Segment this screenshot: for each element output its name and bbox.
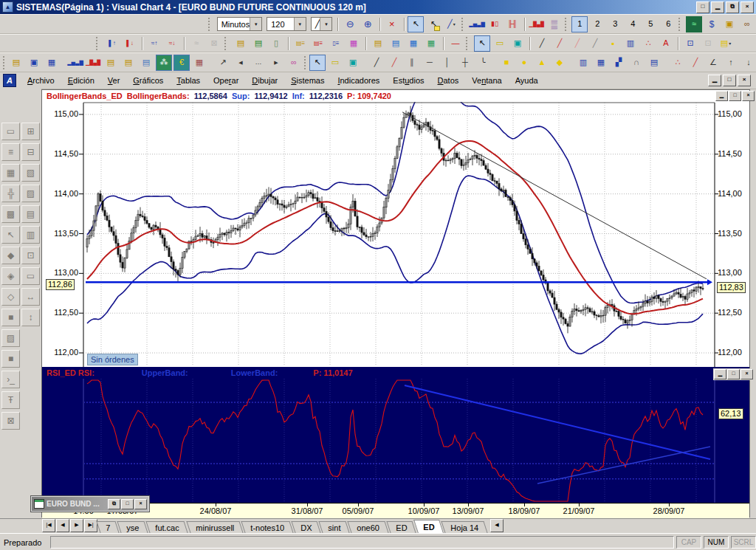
chart-maximize-button[interactable]: □ [729, 91, 741, 101]
height-tool[interactable]: ↕ [21, 309, 40, 326]
thin-line-button[interactable]: ╱ [587, 35, 603, 52]
line-style-combo-arrow-icon[interactable]: ▼ [320, 18, 331, 30]
rows-tool[interactable]: ▤ [21, 205, 40, 223]
menu-datos[interactable]: Datos [431, 74, 466, 87]
insert-bar-blue-button[interactable]: ▌↑ [104, 35, 120, 52]
child-restore-button[interactable]: □ [723, 75, 736, 86]
period-combo[interactable]: Minutos▼ [217, 17, 263, 31]
realtime-chart-button[interactable]: ≈ [686, 16, 702, 32]
interval-combo-arrow-icon[interactable]: ▼ [294, 18, 306, 30]
rect-draw-button[interactable]: ▪ [605, 35, 621, 52]
panel-tool[interactable]: ▭ [1, 123, 20, 140]
sheet-tab-sint[interactable]: sint [318, 521, 349, 533]
measure2-tool-button[interactable]: ▭ [327, 55, 343, 71]
brush-button[interactable]: ▞ [611, 55, 627, 71]
sheet-tab-fut-cac[interactable]: fut.cac [146, 521, 189, 533]
price-chart-canvas[interactable] [42, 101, 749, 367]
basket-button[interactable]: ▣ [721, 16, 738, 32]
zoom-area-button[interactable]: ⊡ [682, 35, 698, 52]
fit-tool[interactable]: ▭ [21, 267, 40, 285]
sheet-tab-ed[interactable]: ED [413, 520, 444, 533]
scatter-points-button[interactable]: ∴ [670, 55, 686, 71]
rsi-minimize-button[interactable]: ▁ [714, 369, 726, 379]
menu-dibujar[interactable]: Dibujar [245, 74, 284, 87]
snapshot-tool[interactable]: ▩ [1, 205, 20, 223]
flat-line-button[interactable]: — [447, 35, 464, 52]
pointer2-tool-button[interactable]: ↖ [474, 35, 490, 52]
pointer3-tool-button[interactable]: ↖ [309, 55, 326, 71]
line-style-combo[interactable]: ╱▼ [311, 17, 333, 31]
center-tool[interactable]: ⊡ [21, 247, 40, 264]
rsi-chart-canvas[interactable] [42, 379, 749, 503]
green-table-button[interactable]: ▦ [423, 35, 439, 52]
new-page-button[interactable]: ▯ [268, 35, 284, 52]
fill-hatch-tool[interactable]: ▨ [1, 329, 20, 347]
chart-minimize-button[interactable]: ▁ [715, 91, 728, 101]
vline-tool-button[interactable]: │ [439, 55, 456, 71]
indicator-disabled-button[interactable]: ≈ [188, 35, 205, 52]
triangle-shape-button[interactable]: ▲ [534, 55, 550, 71]
folder-chart-button[interactable]: ▤ [103, 55, 119, 71]
scatter-draw-button[interactable]: ∴ [640, 35, 656, 52]
open-page-button[interactable]: ▤ [233, 35, 249, 52]
sheet-tab-one60[interactable]: one60 [347, 521, 388, 533]
angle-tool-button[interactable]: ∠ [705, 55, 721, 71]
hline-tool-button[interactable]: ─ [422, 55, 438, 71]
fullscreen-button[interactable]: □ [696, 1, 709, 13]
window-layout-3-button[interactable]: 3 [607, 16, 623, 32]
export-button[interactable]: ↗ [215, 55, 231, 71]
draw-tool-button[interactable]: ╱▾ [443, 16, 459, 32]
line-tool-button[interactable]: ╱ [368, 55, 385, 71]
sheet-tab-hoja-14[interactable]: Hoja 14 [441, 521, 487, 533]
sheet-tab-dx[interactable]: DX [291, 521, 320, 533]
line-red-tool-button[interactable]: ╱ [386, 55, 402, 71]
menu-graficos[interactable]: Gráficos [126, 74, 170, 87]
new-chart-button[interactable]: ▂▅▃▇ [67, 55, 83, 71]
restore-button[interactable]: ⧉ [726, 1, 739, 13]
folder-f-button[interactable]: ▤ [370, 35, 386, 52]
bars-chart-button[interactable]: ▂▅▃▇ [469, 16, 485, 32]
search-folder-button[interactable]: ∞ [739, 16, 755, 32]
congestion-button[interactable]: ▒ [546, 16, 563, 32]
pointer-note-tool-button[interactable]: ↖ [425, 16, 441, 32]
minimized-window[interactable]: EURO BUND ... ⧉□× [31, 496, 149, 512]
diamond-dot-tool[interactable]: ◇ [1, 288, 20, 306]
nodes-button[interactable]: ∞ [286, 55, 302, 71]
calendar-button[interactable]: ▦ [191, 55, 207, 71]
regression-line-button[interactable]: ╱ [569, 35, 585, 52]
compress-line-red-button[interactable]: ≈↓ [164, 35, 180, 52]
layers-tool[interactable]: ≡ [1, 143, 20, 161]
interval-combo[interactable]: 120▼ [267, 17, 306, 31]
zoom-out-button[interactable]: ⊖ [342, 16, 358, 32]
quote-table-button[interactable]: ▦ [405, 35, 422, 52]
color-matrix-button[interactable]: ▦ [346, 35, 362, 52]
trend-line-red-button[interactable]: ╱ [551, 35, 568, 52]
close-button[interactable]: × [740, 1, 754, 13]
tab-next-button[interactable]: ▶ [70, 519, 83, 532]
vertical-down-button[interactable]: ↓ [740, 55, 756, 71]
open-button[interactable]: ▤ [8, 55, 24, 71]
align-cells-tool[interactable]: ▨ [21, 185, 40, 202]
window-layout-4-button[interactable]: 4 [625, 16, 641, 32]
sheet-tab-t-notes10[interactable]: t-notes10 [241, 521, 293, 533]
vertical-up-button[interactable]: ↑ [723, 55, 739, 71]
tab-last-button[interactable]: ▶| [84, 519, 97, 532]
histogram-button[interactable]: ▁█▄█ [529, 16, 545, 32]
pattern-tool[interactable]: ╬ [1, 185, 20, 202]
folder-search-button[interactable]: ▤ [120, 55, 137, 71]
tab-scroll-left-button[interactable]: ◀ [490, 519, 504, 532]
columns-draw-button[interactable]: ▥ [622, 35, 639, 52]
diamond-tool[interactable]: ◆ [1, 247, 20, 264]
window-layout-6-button[interactable]: 6 [660, 16, 676, 32]
align-grid-tool[interactable]: ▧ [21, 164, 40, 182]
insert-bar-red-button[interactable]: ▌↓ [122, 35, 138, 52]
child-close-button[interactable]: × [738, 75, 751, 86]
ohlc-chart-button[interactable]: ╟╢ [504, 16, 520, 32]
menu-archivo[interactable]: Archivo [21, 74, 61, 87]
folder-blue-button[interactable]: ▤ [138, 55, 154, 71]
menu-sistemas[interactable]: Sistemas [284, 74, 331, 87]
menu-edicion[interactable]: Edición [61, 74, 101, 87]
compress-line-blue-button[interactable]: ≈↑ [146, 35, 162, 52]
window-layout-1-button[interactable]: 1 [571, 16, 588, 32]
save-button[interactable]: ▣ [26, 55, 42, 71]
